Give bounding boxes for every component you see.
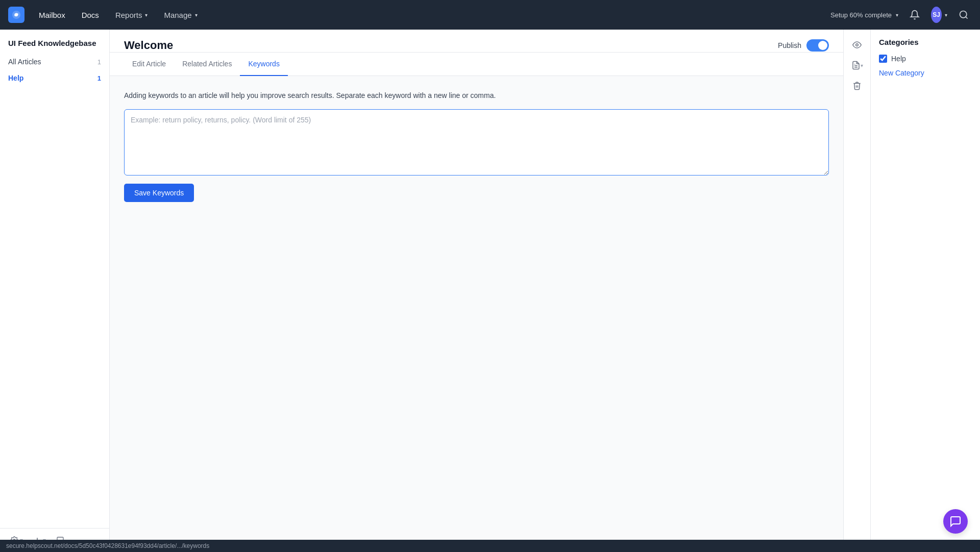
save-keywords-button[interactable]: Save Keywords [124, 184, 194, 202]
keywords-description: Adding keywords to an article will help … [124, 90, 829, 101]
delete-icon-btn[interactable] [848, 77, 866, 95]
right-sidebar: Categories Help New Category [870, 30, 980, 552]
category-help-checkbox[interactable] [879, 55, 887, 63]
svg-point-1 [15, 13, 18, 16]
svg-point-7 [856, 44, 859, 46]
sidebar-item-all-articles[interactable]: All Articles 1 [0, 54, 109, 70]
tab-related-articles[interactable]: Related Articles [174, 53, 240, 76]
chat-button[interactable] [943, 509, 968, 534]
article-body: Adding keywords to an article will help … [110, 76, 843, 216]
top-nav: Mailbox Docs Reports ▾ Manage ▾ Setup 60… [0, 0, 980, 30]
setup-progress[interactable]: Setup 60% complete ▾ [830, 11, 898, 19]
export-icon-btn[interactable]: ▾ [848, 56, 866, 74]
new-category-button[interactable]: New Category [879, 69, 972, 77]
status-bar: secure.helpscout.net/docs/5d50c43f042863… [0, 540, 980, 552]
export-chevron: ▾ [861, 63, 863, 68]
publish-section: Publish [778, 39, 829, 52]
reports-chevron: ▾ [145, 12, 148, 18]
article-header: Welcome Publish [110, 30, 843, 53]
categories-title: Categories [879, 38, 972, 46]
svg-line-3 [966, 17, 968, 19]
keywords-textarea[interactable] [124, 109, 829, 175]
app-logo[interactable] [8, 7, 24, 23]
nav-docs[interactable]: Docs [76, 8, 105, 22]
search-button[interactable] [955, 7, 972, 23]
nav-manage[interactable]: Manage ▾ [158, 8, 203, 22]
avatar-chevron: ▾ [945, 12, 947, 18]
category-help[interactable]: Help [879, 53, 972, 65]
right-icon-bar: ▾ [843, 30, 870, 552]
article-tabs: Edit Article Related Articles Keywords [110, 53, 843, 76]
main-content: Welcome Publish Edit Article Related Art… [110, 30, 843, 552]
publish-toggle[interactable] [806, 39, 829, 52]
knowledgebase-title: UI Feed Knowledgebase [0, 30, 109, 54]
user-menu[interactable]: SJ ▾ [931, 7, 947, 23]
svg-point-2 [960, 11, 967, 18]
nav-right: Setup 60% complete ▾ SJ ▾ [830, 7, 972, 23]
left-sidebar: UI Feed Knowledgebase All Articles 1 Hel… [0, 30, 110, 552]
sidebar-item-help[interactable]: Help 1 [0, 70, 109, 86]
tab-keywords[interactable]: Keywords [240, 53, 287, 76]
app-layout: UI Feed Knowledgebase All Articles 1 Hel… [0, 30, 980, 552]
article-title: Welcome [124, 39, 173, 52]
notifications-button[interactable] [906, 7, 923, 23]
manage-chevron: ▾ [195, 12, 198, 18]
tab-edit-article[interactable]: Edit Article [124, 53, 174, 76]
avatar[interactable]: SJ [931, 7, 942, 23]
preview-icon-btn[interactable] [848, 36, 866, 54]
nav-reports[interactable]: Reports ▾ [109, 8, 154, 22]
setup-chevron: ▾ [896, 12, 898, 18]
nav-mailbox[interactable]: Mailbox [33, 8, 71, 22]
